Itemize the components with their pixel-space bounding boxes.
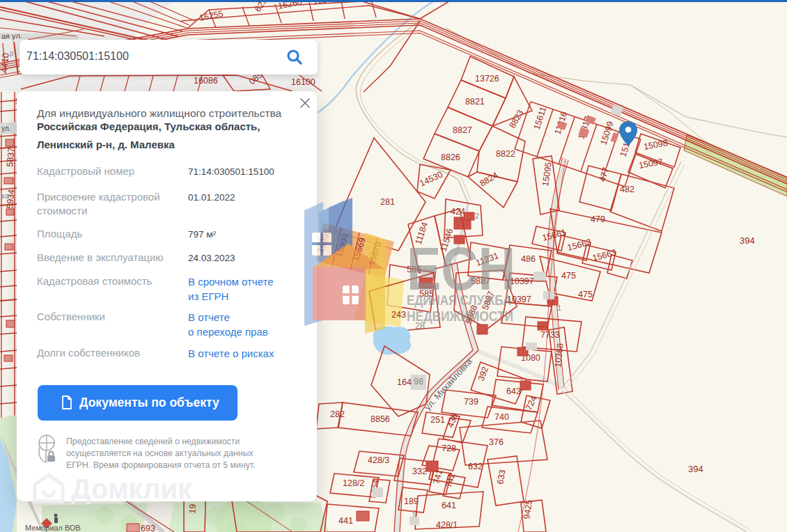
svg-text:ЕДИНАЯ СЛУЖБА: ЕДИНАЯ СЛУЖБА [407,292,511,308]
svg-text:НЕДВИЖИМОСТИ: НЕДВИЖИМОСТИ [407,308,513,324]
svg-text:Домклик: Домклик [71,474,192,504]
